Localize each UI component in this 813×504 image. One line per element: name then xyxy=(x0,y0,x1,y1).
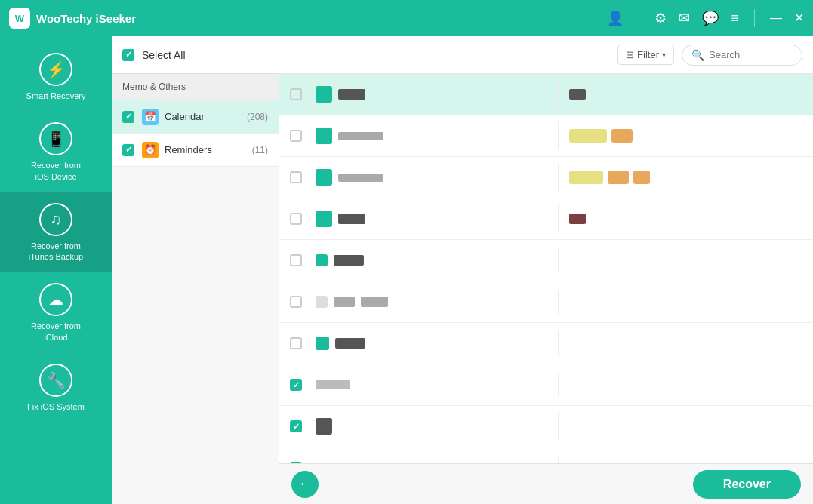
cell-right xyxy=(559,164,813,190)
category-reminders[interactable]: ⏰ Reminders (11) xyxy=(112,134,279,167)
category-group-memo: Memo & Others xyxy=(112,74,279,100)
color-block xyxy=(316,128,332,144)
text-block xyxy=(338,174,383,182)
filter-button[interactable]: ⊟ Filter ▾ xyxy=(617,45,674,65)
app-title: WooTechy iSeeker xyxy=(36,12,607,25)
close-button[interactable]: ✕ xyxy=(794,12,804,24)
category-panel: Select All Memo & Others 📅 Calendar (208… xyxy=(112,36,279,504)
row-checkbox[interactable] xyxy=(290,254,302,266)
cell-left xyxy=(279,121,559,150)
text-block-right xyxy=(569,214,586,224)
row-checkbox[interactable] xyxy=(290,379,302,391)
recover-itunes-icon: ♫ xyxy=(39,203,72,236)
sidebar: ⚡ Smart Recovery 📱 Recover fromiOS Devic… xyxy=(0,36,112,504)
cell-left xyxy=(279,204,559,233)
color-block xyxy=(316,86,332,103)
cell-left xyxy=(279,456,559,463)
search-box[interactable]: 🔍 xyxy=(682,45,802,66)
reminders-checkbox[interactable] xyxy=(122,144,134,156)
cell-left xyxy=(279,330,559,356)
sidebar-label-recover-itunes: Recover fromiTunes Backup xyxy=(29,241,83,263)
row-checkbox[interactable] xyxy=(290,171,302,183)
color-block xyxy=(316,254,328,266)
cell-left xyxy=(279,412,559,441)
text-block xyxy=(338,132,383,140)
search-icon: 🔍 xyxy=(691,49,704,61)
table-row[interactable] xyxy=(279,447,813,463)
reminders-label: Reminders xyxy=(165,144,252,155)
calendar-checkbox[interactable] xyxy=(122,111,134,123)
cell-left xyxy=(279,248,559,272)
table-row[interactable] xyxy=(279,198,813,240)
calendar-count: (208) xyxy=(247,112,268,122)
back-icon: ← xyxy=(298,476,312,492)
smart-recovery-icon: ⚡ xyxy=(39,53,72,86)
sidebar-item-smart-recovery[interactable]: ⚡ Smart Recovery xyxy=(0,42,112,112)
back-button[interactable]: ← xyxy=(291,471,319,498)
table-row[interactable] xyxy=(279,281,813,323)
tag-block xyxy=(608,171,629,184)
table-row[interactable] xyxy=(279,115,813,157)
row-checkbox[interactable] xyxy=(290,213,302,225)
app-logo: W xyxy=(9,8,30,29)
cell-right xyxy=(559,337,813,349)
color-block xyxy=(316,296,328,308)
main-content: ⊟ Filter ▾ 🔍 xyxy=(279,36,813,504)
footer: ← Recover xyxy=(279,463,813,504)
text-block xyxy=(338,89,365,100)
recover-button[interactable]: Recover xyxy=(693,470,801,499)
sidebar-label-recover-icloud: Recover fromiCloud xyxy=(31,321,81,343)
cell-right xyxy=(559,83,813,106)
text-block xyxy=(361,297,388,307)
calendar-label: Calendar xyxy=(165,111,247,122)
tag-block xyxy=(633,171,650,184)
sidebar-item-recover-ios[interactable]: 📱 Recover fromiOS Device xyxy=(0,112,112,192)
tag-block xyxy=(569,171,603,184)
cell-left xyxy=(279,163,559,192)
text-block xyxy=(316,380,350,389)
sidebar-label-fix-ios: Fix iOS System xyxy=(27,401,85,412)
settings-icon[interactable]: ⚙ xyxy=(654,10,667,26)
cell-right xyxy=(559,296,813,308)
row-checkbox[interactable] xyxy=(290,420,302,432)
color-block xyxy=(316,337,329,350)
select-all-checkbox[interactable] xyxy=(122,49,134,61)
sidebar-item-recover-itunes[interactable]: ♫ Recover fromiTunes Backup xyxy=(0,192,112,273)
text-block xyxy=(338,214,365,224)
data-grid xyxy=(279,74,813,463)
row-checkbox[interactable] xyxy=(290,88,302,100)
select-all-row[interactable]: Select All xyxy=(112,36,279,74)
table-row[interactable] xyxy=(279,364,813,406)
table-row[interactable] xyxy=(279,74,813,115)
tag-block xyxy=(569,129,607,143)
text-block xyxy=(334,297,355,307)
title-bar: W WooTechy iSeeker 👤 ⚙ ✉ 💬 ≡ — ✕ xyxy=(0,0,813,36)
table-row[interactable] xyxy=(279,406,813,447)
color-block xyxy=(316,169,332,186)
titlebar-icons: 👤 ⚙ ✉ 💬 ≡ — ✕ xyxy=(607,9,804,27)
reminders-icon: ⏰ xyxy=(142,142,159,158)
category-calendar[interactable]: 📅 Calendar (208) xyxy=(112,100,279,134)
sidebar-item-recover-icloud[interactable]: ☁ Recover fromiCloud xyxy=(0,272,112,353)
minimize-button[interactable]: — xyxy=(770,12,782,24)
search-input[interactable] xyxy=(709,49,792,60)
color-block xyxy=(316,418,332,435)
row-checkbox[interactable] xyxy=(290,337,302,349)
chat-icon[interactable]: 💬 xyxy=(702,10,719,26)
app-body: ⚡ Smart Recovery 📱 Recover fromiOS Devic… xyxy=(0,36,813,504)
text-block xyxy=(334,255,364,266)
table-row[interactable] xyxy=(279,323,813,364)
sidebar-label-smart-recovery: Smart Recovery xyxy=(26,91,86,101)
mail-icon[interactable]: ✉ xyxy=(679,10,690,26)
account-icon[interactable]: 👤 xyxy=(607,10,624,26)
filter-chevron-icon: ▾ xyxy=(662,51,666,59)
menu-icon[interactable]: ≡ xyxy=(731,11,739,26)
cell-right xyxy=(559,254,813,266)
table-row[interactable] xyxy=(279,240,813,281)
table-row[interactable] xyxy=(279,157,813,198)
select-all-label: Select All xyxy=(142,49,186,61)
calendar-icon: 📅 xyxy=(142,109,159,125)
row-checkbox[interactable] xyxy=(290,130,302,142)
sidebar-item-fix-ios[interactable]: 🔧 Fix iOS System xyxy=(0,353,112,423)
row-checkbox[interactable] xyxy=(290,296,302,308)
